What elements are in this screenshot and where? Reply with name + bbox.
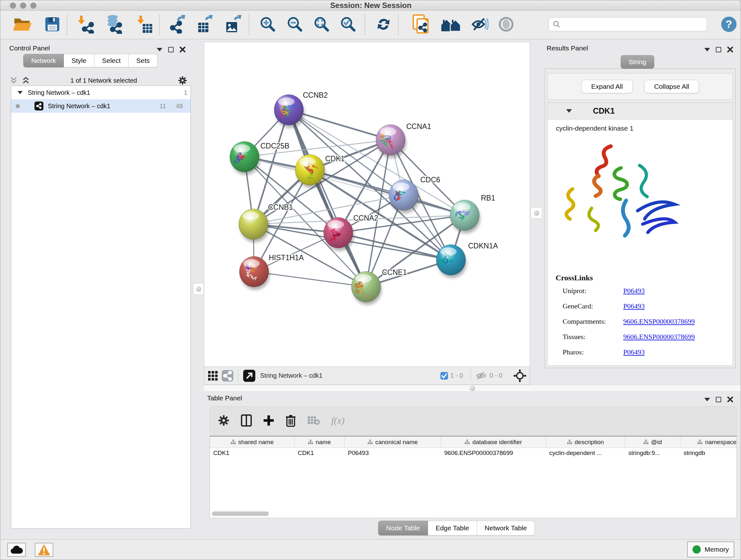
column-header-database-identifier[interactable]: database identifier bbox=[441, 436, 546, 448]
tab-style[interactable]: Style bbox=[64, 54, 94, 67]
import-table-file-icon[interactable] bbox=[136, 15, 153, 35]
gene-result-header[interactable]: CDK1 bbox=[548, 103, 733, 119]
cloud-status-button[interactable] bbox=[7, 543, 26, 557]
toolbar-separator bbox=[67, 15, 67, 35]
grid-view-icon[interactable] bbox=[207, 370, 218, 381]
tab-network[interactable]: Network bbox=[23, 54, 64, 67]
open-session-icon[interactable] bbox=[13, 16, 33, 34]
clone-network-icon[interactable] bbox=[411, 14, 431, 36]
crosslink-link[interactable]: 9606.ENSP00000378699 bbox=[623, 333, 695, 341]
import-network-database-icon[interactable] bbox=[103, 15, 124, 35]
column-type-icon bbox=[567, 440, 572, 444]
panel-close-icon[interactable] bbox=[727, 46, 733, 53]
expand-all-icon[interactable] bbox=[22, 76, 30, 84]
search-icon bbox=[553, 20, 560, 28]
selected-nodes-checkbox-icon[interactable] bbox=[440, 372, 448, 380]
warnings-button[interactable] bbox=[35, 543, 53, 557]
network-list-header: 1 of 1 Network selected bbox=[10, 76, 187, 85]
table-cell: P06493 bbox=[345, 448, 441, 459]
add-column-icon[interactable] bbox=[263, 415, 274, 426]
zoom-in-icon[interactable] bbox=[259, 16, 276, 34]
hidden-count-badge: 0 - 0 bbox=[489, 372, 502, 379]
collection-expand-icon[interactable] bbox=[17, 91, 23, 94]
scrollbar-thumb[interactable] bbox=[212, 511, 269, 516]
crosslink-link[interactable]: P06493 bbox=[623, 287, 645, 295]
panel-float-icon[interactable] bbox=[716, 397, 721, 402]
collapse-all-button[interactable]: Collapse All bbox=[644, 80, 699, 93]
export-image-icon[interactable] bbox=[224, 15, 243, 35]
panel-float-icon[interactable] bbox=[168, 47, 174, 52]
network-view-mode-icon[interactable] bbox=[221, 370, 233, 382]
panel-menu-icon[interactable] bbox=[704, 48, 710, 51]
crosslink-label: Tissues: bbox=[562, 333, 623, 341]
hide-selected-icon[interactable] bbox=[470, 16, 488, 34]
network-node-count: 11 bbox=[159, 103, 166, 110]
bottom-splitter-grip[interactable] bbox=[468, 385, 477, 391]
table-row[interactable]: CDK1CDK1P064939606.ENSP00000378699cyclin… bbox=[210, 448, 737, 459]
panel-close-icon[interactable] bbox=[179, 46, 186, 53]
export-table-file-icon[interactable] bbox=[196, 15, 215, 35]
network-options-gear-icon[interactable] bbox=[178, 76, 187, 85]
main-toolbar: ? bbox=[0, 11, 741, 39]
table-cell: CDK1 bbox=[210, 448, 294, 459]
panel-menu-icon[interactable] bbox=[704, 398, 710, 401]
show-all-icon[interactable] bbox=[497, 16, 515, 34]
network-row[interactable]: String Network – cdk1 11 48 bbox=[11, 99, 191, 113]
tab-string[interactable]: String bbox=[621, 55, 654, 69]
tab-sets[interactable]: Sets bbox=[129, 54, 158, 67]
first-neighbors-icon[interactable] bbox=[440, 16, 462, 34]
node-label-CCNA2: CCNA2 bbox=[353, 214, 378, 222]
tab-edge-table[interactable]: Edge Table bbox=[428, 521, 477, 536]
crosslink-link[interactable]: P06493 bbox=[623, 302, 645, 310]
network-view-canvas[interactable]: CCNB2CCNA1CDC25BCDK1CDC6RB1CCNB1CCNA2CDK… bbox=[204, 42, 530, 367]
search-input[interactable] bbox=[563, 21, 703, 28]
control-panel-tabs: NetworkStyleSelectSets bbox=[23, 54, 158, 67]
table-cell: cyclin-dependent ... bbox=[546, 448, 625, 459]
show-columns-icon[interactable] bbox=[241, 414, 252, 427]
delete-column-trash-icon[interactable] bbox=[285, 414, 296, 427]
right-splitter-grip[interactable] bbox=[531, 207, 542, 219]
node-label-CDKN1A: CDKN1A bbox=[468, 242, 498, 250]
cloud-icon bbox=[10, 545, 23, 554]
column-header-shared-name[interactable]: shared name bbox=[210, 436, 294, 448]
crosslink-link[interactable]: P06493 bbox=[623, 348, 645, 356]
tab-network-table[interactable]: Network Table bbox=[477, 521, 535, 536]
help-icon[interactable]: ? bbox=[720, 16, 738, 34]
column-header-description[interactable]: description bbox=[546, 436, 625, 448]
zoom-selected-icon[interactable] bbox=[340, 16, 356, 34]
tab-node-table[interactable]: Node Table bbox=[378, 521, 428, 536]
column-header-name[interactable]: name bbox=[294, 436, 345, 448]
tab-select[interactable]: Select bbox=[94, 54, 129, 67]
crosslink-link[interactable]: 9606.ENSP00000378699 bbox=[623, 317, 695, 326]
table-toolbar: f(x) bbox=[210, 407, 737, 435]
toolbar-separator bbox=[249, 15, 249, 35]
table-horizontal-scrollbar[interactable] bbox=[211, 511, 735, 516]
collapse-all-icon[interactable] bbox=[10, 76, 17, 84]
table-settings-gear-icon[interactable] bbox=[218, 415, 230, 427]
column-type-icon bbox=[697, 440, 702, 444]
birdseye-crosshair-icon[interactable] bbox=[513, 369, 527, 382]
left-splitter-grip[interactable] bbox=[193, 283, 204, 295]
apply-layout-icon[interactable] bbox=[376, 16, 392, 34]
network-edge-count: 48 bbox=[176, 103, 183, 110]
crosslink-row: Tissues:9606.ENSP00000378699 bbox=[562, 333, 728, 341]
panel-close-icon[interactable] bbox=[727, 396, 733, 402]
column-header-namespace[interactable]: namespace bbox=[680, 436, 737, 448]
column-header-@id[interactable]: @id bbox=[625, 436, 680, 448]
panel-menu-icon[interactable] bbox=[157, 48, 162, 51]
import-network-file-icon[interactable] bbox=[76, 15, 95, 35]
open-in-window-icon[interactable] bbox=[243, 369, 256, 382]
export-network-file-icon[interactable] bbox=[167, 15, 187, 35]
results-panel-title: Results Panel bbox=[547, 44, 588, 52]
node-label-CDC25B: CDC25B bbox=[260, 142, 289, 150]
network-collection-row[interactable]: String Network – cdk1 1 bbox=[11, 86, 191, 99]
zoom-fit-icon[interactable] bbox=[313, 16, 330, 34]
column-header-canonical-name[interactable]: canonical name bbox=[345, 436, 441, 448]
gene-collapse-icon[interactable] bbox=[566, 109, 572, 113]
expand-all-button[interactable]: Expand All bbox=[582, 80, 633, 93]
panel-float-icon[interactable] bbox=[716, 47, 721, 52]
memory-button[interactable]: Memory bbox=[687, 542, 734, 557]
memory-label: Memory bbox=[704, 546, 729, 553]
zoom-out-icon[interactable] bbox=[286, 16, 303, 34]
save-session-icon[interactable] bbox=[44, 16, 60, 34]
